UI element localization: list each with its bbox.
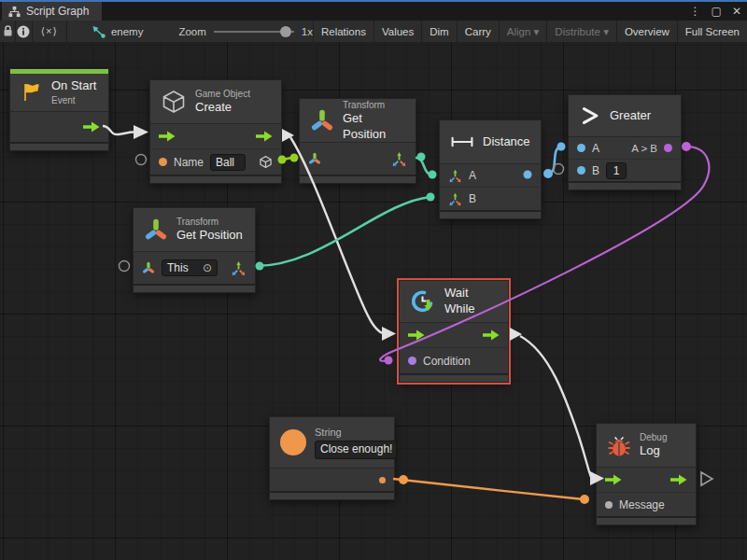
node-footer: [10, 142, 108, 150]
wait-icon: [410, 288, 436, 315]
node-category: Transform: [176, 216, 243, 228]
node-category: Debug: [640, 431, 667, 443]
unconnected-port-circle-create-target[interactable]: [136, 155, 147, 165]
node-greater[interactable]: Greater A A > B B 1: [568, 94, 682, 190]
node-on-start[interactable]: On Start Event: [9, 68, 109, 151]
transform-in-port[interactable]: [308, 152, 321, 165]
a-in-port[interactable]: [577, 144, 585, 152]
b-in-port[interactable]: [577, 166, 585, 175]
flow-out-port[interactable]: [256, 131, 273, 142]
window-menu-icon[interactable]: ⋮: [690, 4, 701, 19]
zoom-slider-handle[interactable]: [280, 26, 291, 37]
graph-breadcrumb[interactable]: enemy: [92, 21, 144, 42]
transform-in-port[interactable]: [142, 261, 155, 274]
unconnected-port-circle-greater-b[interactable]: [554, 164, 564, 175]
node-category: String: [315, 426, 397, 439]
position-out-port[interactable]: [391, 151, 407, 167]
carry-button[interactable]: Carry: [457, 21, 499, 42]
node-debug-log[interactable]: Debug Log Message: [596, 423, 697, 525]
code-preview-button[interactable]: ⟨×⟩: [33, 21, 67, 42]
tab-bar: Script Graph ⋮ ▢ ✕: [0, 2, 747, 21]
relations-button[interactable]: Relations: [313, 21, 374, 42]
node-footer: [440, 210, 541, 218]
flow-out-port[interactable]: [670, 474, 687, 485]
flow-in-port[interactable]: [605, 474, 622, 485]
object-picker-icon[interactable]: ⊙: [203, 261, 212, 274]
node-wait-while[interactable]: Wait While Condition: [399, 280, 509, 383]
vector-a-in-port[interactable]: [448, 169, 462, 183]
node-footer: [300, 175, 416, 183]
position-out-port[interactable]: [231, 260, 247, 276]
info-button[interactable]: [16, 21, 32, 42]
vector-b-in-port[interactable]: [448, 192, 462, 206]
node-title: Wait While: [444, 286, 498, 317]
overview-button[interactable]: Overview: [616, 21, 677, 42]
node-create[interactable]: Game Object Create Name Ball: [149, 79, 282, 184]
graph-canvas[interactable]: On Start Event Game Object Create: [0, 42, 747, 560]
gameobject-out-port[interactable]: [259, 155, 273, 169]
node-footer: [400, 373, 508, 382]
wire-string-to-message[interactable]: [393, 475, 589, 504]
b-value-field[interactable]: 1: [606, 162, 627, 179]
lock-button[interactable]: [0, 21, 16, 42]
target-value-field[interactable]: This ⊙: [162, 259, 218, 276]
unconnected-flow-triangle-debuglog[interactable]: [701, 472, 712, 485]
condition-label: Condition: [423, 355, 471, 368]
port-a-label: A: [469, 169, 476, 182]
node-get-position-top[interactable]: Transform Get Position: [299, 98, 416, 184]
port-a-label: A: [592, 142, 599, 155]
lock-icon: [3, 25, 13, 37]
node-category: Game Object: [195, 88, 250, 100]
port-b-label: B: [469, 192, 476, 205]
align-dropdown[interactable]: Align ▾: [499, 21, 547, 42]
node-category: Transform: [343, 99, 405, 111]
node-title: Greater: [610, 108, 651, 124]
message-in-port[interactable]: [605, 501, 613, 509]
node-title: On Start: [51, 78, 96, 94]
zoom-control: Zoom 1x: [178, 21, 313, 42]
flow-in-port[interactable]: [408, 329, 425, 341]
node-string[interactable]: String Close enough!: [269, 416, 395, 500]
distribute-dropdown[interactable]: Distribute ▾: [546, 21, 616, 42]
wire-onstart-to-create[interactable]: [103, 125, 148, 139]
wire-getposition-bottom-to-distance-b[interactable]: [256, 193, 435, 271]
transform-icon: [310, 108, 334, 133]
wire-getposition-top-to-distance-a[interactable]: [416, 153, 437, 179]
dim-button[interactable]: Dim: [421, 21, 456, 42]
name-value-field[interactable]: Ball: [210, 154, 246, 171]
flow-in-port[interactable]: [159, 131, 176, 142]
zoom-slider[interactable]: [214, 26, 294, 37]
window-close-icon[interactable]: ✕: [732, 4, 741, 19]
bug-icon: [607, 433, 631, 457]
flow-out-port[interactable]: [83, 121, 100, 133]
node-get-position-bottom[interactable]: Transform Get Position This ⊙: [133, 207, 256, 293]
greater-icon: [579, 105, 601, 127]
node-footer: [270, 491, 394, 499]
string-out-port[interactable]: [379, 477, 386, 483]
graph-pointer-icon: [92, 25, 106, 38]
zoom-value: 1x: [302, 26, 313, 37]
code-preview-glyph: ⟨×⟩: [41, 25, 58, 37]
message-label: Message: [619, 498, 665, 511]
wire-waitwhile-to-debuglog[interactable]: [510, 328, 604, 485]
info-icon: [17, 25, 30, 38]
unconnected-port-circle-getposition-target[interactable]: [120, 261, 130, 272]
graph-toolbar: ⟨×⟩ enemy Zoom 1x Relations Values Dim C…: [0, 21, 747, 43]
values-button[interactable]: Values: [374, 21, 421, 42]
node-footer: [134, 284, 255, 292]
name-port-label: Name: [174, 156, 204, 169]
string-value-field[interactable]: Close enough!: [315, 441, 397, 459]
zoom-label: Zoom: [178, 26, 205, 37]
transform-icon: [144, 217, 168, 242]
bool-out-port[interactable]: [664, 144, 672, 152]
fullscreen-button[interactable]: Full Screen: [677, 21, 747, 42]
node-distance[interactable]: Distance A B: [439, 119, 542, 219]
window-maximize-icon[interactable]: ▢: [712, 4, 722, 19]
port-b-label: B: [592, 164, 599, 177]
node-footer: [150, 175, 281, 183]
condition-in-port[interactable]: [408, 357, 416, 365]
node-title: Get Position: [343, 111, 405, 143]
name-input-port[interactable]: [159, 158, 167, 166]
flow-out-port[interactable]: [483, 329, 500, 341]
tab-script-graph[interactable]: Script Graph: [2, 2, 102, 21]
